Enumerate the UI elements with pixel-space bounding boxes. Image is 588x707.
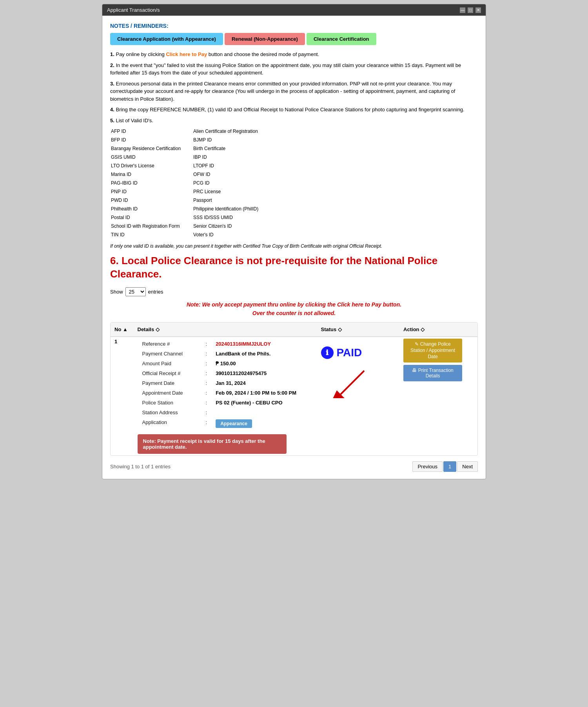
- col-no[interactable]: No ▲: [111, 323, 134, 337]
- detail-appointment-date: Appointment Date : Feb 09, 2024 / 1:00 P…: [138, 388, 312, 397]
- note-item-4: Bring the copy REFERENCE NUMBER, (1) val…: [110, 106, 478, 114]
- tabs-container: Clearance Application (with Appearance) …: [110, 33, 478, 45]
- showing-text: Showing 1 to 1 of 1 entries: [110, 464, 171, 470]
- tab-renewal[interactable]: Renewal (Non-Appearance): [225, 33, 305, 45]
- close-button[interactable]: ✕: [475, 7, 481, 13]
- table-row: 1 Reference # : 202401316IMMJ2ULOY: [111, 337, 477, 455]
- main-window: Applicant Transaction/s — □ ✕ NOTES / RE…: [102, 4, 486, 479]
- payment-date-value: Jan 31, 2024: [212, 379, 312, 388]
- transactions-table: No ▲ Details ◇ Status ◇ Action ◇: [111, 323, 477, 455]
- titlebar-controls: — □ ✕: [460, 7, 481, 13]
- police-station-value: PS 02 (Fuente) - CEBU CPO: [212, 398, 312, 407]
- payment-note-line1: Note: We only accept payment thru online…: [110, 300, 478, 309]
- previous-button[interactable]: Previous: [412, 461, 443, 472]
- valid-id-row: AFP IDAlien Certificate of Registration: [111, 127, 270, 135]
- italic-note: If only one valid ID is available, you c…: [110, 243, 478, 249]
- change-police-station-button[interactable]: ✎ Change Police Station / Appointment Da…: [403, 339, 462, 363]
- print-transaction-button[interactable]: 🖶 Print Transaction Details: [403, 365, 462, 381]
- window-title: Applicant Transaction/s: [107, 7, 160, 13]
- col-action[interactable]: Action ◇: [399, 323, 477, 337]
- reference-value: 202401316IMMJ2ULOY: [212, 339, 312, 348]
- next-button[interactable]: Next: [457, 461, 478, 472]
- official-receipt-label: Official Receipt #: [138, 369, 201, 378]
- notes-header: NOTES / REMINDERS:: [110, 23, 478, 29]
- detail-application: Application : Appearance: [138, 418, 312, 430]
- col-status[interactable]: Status ◇: [317, 323, 400, 337]
- details-cell: Reference # : 202401316IMMJ2ULOY Payment…: [134, 337, 317, 455]
- note-item-2: In the event that "you" failed to visit …: [110, 62, 478, 77]
- detail-station-address: Station Address :: [138, 408, 312, 417]
- paid-badge: ℹ PAID: [321, 339, 396, 359]
- amount-paid-value: ₱ 150.00: [212, 359, 312, 368]
- valid-ids-table: AFP IDAlien Certificate of RegistrationB…: [110, 127, 478, 239]
- appointment-date-label: Appointment Date: [138, 388, 201, 397]
- application-label: Application: [138, 418, 201, 430]
- valid-id-row: School ID with Registration FormSenior C…: [111, 222, 270, 230]
- notes-list: Pay online by clicking Click here to Pay…: [110, 51, 478, 239]
- station-address-label: Station Address: [138, 408, 201, 417]
- big-notice: 6. Local Police Clearance is not pre-req…: [110, 254, 478, 281]
- valid-id-row: Marina IDOFW ID: [111, 170, 270, 178]
- minimize-button[interactable]: —: [460, 7, 465, 13]
- detail-police-station: Police Station : PS 02 (Fuente) - CEBU C…: [138, 398, 312, 407]
- valid-id-row: GSIS UMIDIBP ID: [111, 153, 270, 161]
- valid-id-row: Barangay Residence CertificationBirth Ce…: [111, 145, 270, 152]
- detail-receipt: Official Receipt # : 390101312024975475: [138, 369, 312, 378]
- payment-date-label: Payment Date: [138, 379, 201, 388]
- tab-clearance[interactable]: Clearance Application (with Appearance): [110, 33, 223, 45]
- payment-note-line2: Over the counter is not allowed.: [110, 309, 478, 317]
- detail-amount: Amount Paid : ₱ 150.00: [138, 359, 312, 368]
- paid-text: PAID: [337, 346, 362, 359]
- application-value: Appearance: [212, 418, 312, 430]
- note-item-1: Pay online by clicking Click here to Pay…: [110, 51, 478, 58]
- valid-id-row: Philhealth IDPhilippine Identification (…: [111, 205, 270, 213]
- payment-channel-label: Payment Channel: [138, 349, 201, 358]
- valid-id-row: TIN IDVoter's ID: [111, 231, 270, 239]
- amount-paid-label: Amount Paid: [138, 359, 201, 368]
- entries-select[interactable]: 25 50 100: [125, 287, 146, 296]
- valid-id-row: PWD IDPassport: [111, 196, 270, 204]
- payment-validity-note: Note: Payment receipt is valid for 15 da…: [138, 434, 287, 454]
- click-to-pay-link[interactable]: Click here to Pay: [166, 51, 207, 57]
- maximize-button[interactable]: □: [468, 7, 473, 13]
- page-1-button[interactable]: 1: [443, 461, 456, 472]
- station-address-value: [212, 408, 312, 417]
- valid-id-row: Postal IDSSS ID/SSS UMID: [111, 214, 270, 221]
- info-icon: ℹ: [321, 346, 334, 359]
- appearance-badge: Appearance: [216, 419, 252, 428]
- note-item-3: Erroneous personal data in the printed C…: [110, 80, 478, 103]
- pagination: Previous 1 Next: [412, 461, 478, 472]
- show-label: Show: [110, 289, 123, 295]
- status-cell: ℹ PAID: [317, 337, 400, 455]
- table-header-row: No ▲ Details ◇ Status ◇ Action ◇: [111, 323, 477, 337]
- details-inner-table: Reference # : 202401316IMMJ2ULOY Payment…: [138, 339, 313, 430]
- payment-channel-value: LandBank of the Phils.: [212, 349, 312, 358]
- main-content: NOTES / REMINDERS: Clearance Application…: [102, 16, 486, 479]
- detail-payment-date: Payment Date : Jan 31, 2024: [138, 379, 312, 388]
- valid-id-row: PNP IDPRC License: [111, 188, 270, 196]
- show-entries: Show 25 50 100 entries: [110, 287, 478, 296]
- detail-reference: Reference # : 202401316IMMJ2ULOY: [138, 339, 312, 348]
- red-arrow-icon: [333, 367, 372, 398]
- reference-label: Reference #: [138, 339, 201, 348]
- transactions-table-wrapper: No ▲ Details ◇ Status ◇ Action ◇: [110, 322, 478, 456]
- payment-online-note: Note: We only accept payment thru online…: [110, 300, 478, 318]
- appointment-date-value: Feb 09, 2024 / 1:00 PM to 5:00 PM: [212, 388, 312, 397]
- valid-id-row: BFP IDBJMP ID: [111, 136, 270, 144]
- table-footer: Showing 1 to 1 of 1 entries Previous 1 N…: [110, 461, 478, 472]
- note-item-5: List of Valid ID's. AFP IDAlien Certific…: [110, 117, 478, 240]
- police-station-label: Police Station: [138, 398, 201, 407]
- tab-certification[interactable]: Clearance Certification: [307, 33, 376, 45]
- action-cell: ✎ Change Police Station / Appointment Da…: [399, 337, 477, 455]
- valid-id-row: LTO Driver's LicenseLTOPF ID: [111, 162, 270, 170]
- detail-payment-channel: Payment Channel : LandBank of the Phils.: [138, 349, 312, 358]
- valid-id-row: PAG-IBIG IDPCG ID: [111, 179, 270, 187]
- official-receipt-value: 390101312024975475: [212, 369, 312, 378]
- entries-label: entries: [148, 289, 163, 295]
- col-details[interactable]: Details ◇: [134, 323, 317, 337]
- row-number: 1: [111, 337, 134, 455]
- titlebar: Applicant Transaction/s — □ ✕: [102, 4, 486, 16]
- svg-line-1: [341, 371, 364, 394]
